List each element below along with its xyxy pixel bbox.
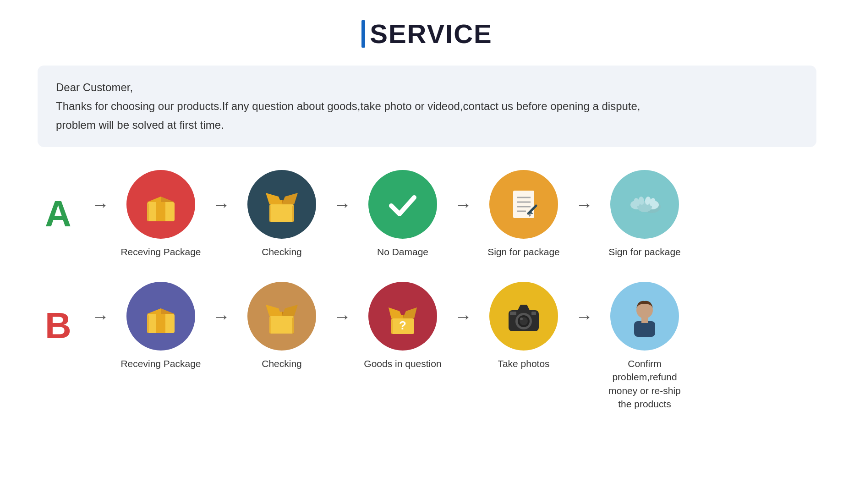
circle-b5 xyxy=(610,282,679,351)
arrow-a0: → xyxy=(92,170,109,215)
label-b2: Checking xyxy=(262,357,302,370)
svg-rect-54 xyxy=(531,312,536,315)
svg-rect-56 xyxy=(634,321,655,337)
arrow-b4: → xyxy=(575,282,593,327)
question-icon-b3: ? xyxy=(382,296,423,337)
svg-marker-42 xyxy=(391,318,393,334)
flow-row-b: B → Receving Package → xyxy=(38,282,816,411)
arrow-a2: → xyxy=(334,170,351,215)
label-a1: Receving Package xyxy=(120,245,201,258)
label-a2: Checking xyxy=(262,245,302,258)
circle-b2 xyxy=(247,282,316,351)
arrow-b3: → xyxy=(454,282,472,327)
package-icon-a1 xyxy=(140,184,181,225)
circle-b4 xyxy=(489,282,558,351)
flow-item-b1: Receving Package xyxy=(113,282,209,370)
svg-marker-33 xyxy=(147,314,149,333)
page-header: SERVICE xyxy=(361,18,493,49)
circle-a5 xyxy=(610,170,679,239)
svg-marker-31 xyxy=(161,308,175,314)
notice-line2: Thanks for choosing our products.If any … xyxy=(56,97,798,116)
row-label-a: A xyxy=(38,193,79,235)
svg-marker-46 xyxy=(403,307,417,318)
checkmark-icon-a3 xyxy=(382,184,423,225)
svg-text:?: ? xyxy=(399,318,406,332)
flow-item-b5: Confirm problem,refund money or re-ship … xyxy=(597,282,693,411)
svg-marker-1 xyxy=(147,197,161,202)
title-accent-bar xyxy=(361,20,365,48)
flow-item-a3: No Damage xyxy=(355,170,451,258)
flow-section-b: B → Receving Package → xyxy=(38,282,816,411)
flow-item-a4: Sign for package xyxy=(476,170,572,258)
notice-line1: Dear Customer, xyxy=(56,78,798,97)
svg-marker-36 xyxy=(292,316,294,334)
flow-items-b: → Receving Package → xyxy=(88,282,816,411)
svg-marker-30 xyxy=(147,308,161,314)
label-a4: Sign for package xyxy=(487,245,560,258)
label-b1: Receving Package xyxy=(120,357,201,370)
svg-marker-39 xyxy=(266,305,282,316)
arrow-b2: → xyxy=(334,282,351,327)
svg-rect-57 xyxy=(641,318,648,323)
flow-item-a5: Sign for package xyxy=(597,170,693,258)
label-a3: No Damage xyxy=(377,245,428,258)
svg-marker-2 xyxy=(161,197,175,202)
flow-row-a: A → xyxy=(38,170,816,258)
camera-icon-b4 xyxy=(503,296,544,337)
arrow-a3: → xyxy=(454,170,472,215)
circle-a3 xyxy=(368,170,437,239)
page-title: SERVICE xyxy=(370,18,493,49)
checking-icon-a2 xyxy=(261,184,302,225)
flow-section-a: A → xyxy=(38,170,816,258)
arrow-a1: → xyxy=(213,170,230,215)
notice-box: Dear Customer, Thanks for choosing our p… xyxy=(38,66,816,147)
svg-marker-10 xyxy=(266,193,282,204)
label-b5: Confirm problem,refund money or re-ship … xyxy=(601,357,688,411)
arrow-a4: → xyxy=(575,170,593,215)
svg-rect-49 xyxy=(510,312,516,315)
svg-rect-5 xyxy=(269,204,294,222)
svg-marker-35 xyxy=(269,316,271,334)
label-b3: Goods in question xyxy=(364,357,441,370)
svg-marker-7 xyxy=(292,204,294,222)
svg-marker-4 xyxy=(147,202,149,221)
sign-icon-a4 xyxy=(503,184,544,225)
circle-a4 xyxy=(489,170,558,239)
flow-item-a2: Checking xyxy=(234,170,330,258)
svg-marker-45 xyxy=(389,307,403,318)
handshake-icon-a5 xyxy=(624,184,665,225)
svg-marker-11 xyxy=(282,193,298,204)
flow-item-a1: Receving Package xyxy=(113,170,209,258)
flow-item-b4: Take photos xyxy=(476,282,572,370)
circle-a1 xyxy=(126,170,195,239)
person-icon-b5 xyxy=(624,296,665,337)
svg-rect-12 xyxy=(513,191,534,218)
svg-marker-6 xyxy=(269,204,271,222)
label-b4: Take photos xyxy=(498,357,549,370)
notice-line3: problem will be solved at first time. xyxy=(56,116,798,135)
row-label-b: B xyxy=(38,305,79,347)
package-icon-b1 xyxy=(140,296,181,337)
circle-b3: ? xyxy=(368,282,437,351)
flow-item-b3: ? Goods in question xyxy=(355,282,451,370)
svg-point-53 xyxy=(520,318,523,320)
arrow-b0: → xyxy=(92,282,109,327)
circle-a2 xyxy=(247,170,316,239)
svg-marker-40 xyxy=(282,305,298,316)
checking-icon-b2 xyxy=(261,296,302,337)
svg-rect-34 xyxy=(269,316,294,334)
flow-items-a: → Recev xyxy=(88,170,816,258)
svg-rect-3 xyxy=(156,202,165,221)
circle-b1 xyxy=(126,282,195,351)
arrow-b1: → xyxy=(213,282,230,327)
flow-item-b2: Checking xyxy=(234,282,330,370)
label-a5: Sign for package xyxy=(608,245,681,258)
svg-rect-32 xyxy=(156,314,165,333)
